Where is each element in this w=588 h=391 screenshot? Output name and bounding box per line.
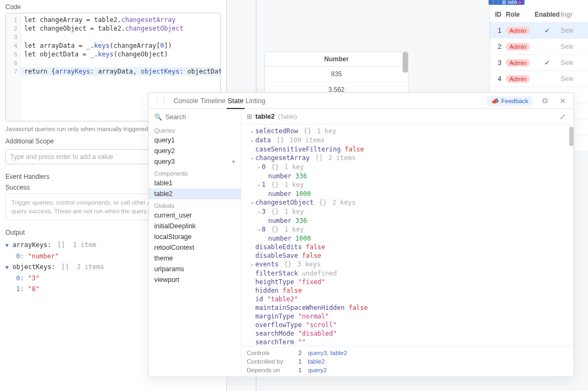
footer-link[interactable]: table2 xyxy=(308,358,325,365)
state-prop-row[interactable]: heightType "fixed" xyxy=(247,278,571,286)
devtool-search[interactable]: 🔍 xyxy=(149,112,241,124)
devtool-footer: Controls2query3, table2Controlled by1tab… xyxy=(241,346,573,376)
mini-table-header[interactable]: Number xyxy=(265,52,408,67)
state-prop-row[interactable]: ▾0 {} 1 key xyxy=(247,163,571,172)
line-number: 2 xyxy=(6,24,20,33)
role-pill: Admin xyxy=(506,59,530,67)
footer-row: Controls2query3, table2 xyxy=(247,350,568,356)
sidebar-item-viewport[interactable]: viewport xyxy=(149,274,241,285)
state-prop-row[interactable]: number 1000 xyxy=(247,234,571,243)
state-prop-row[interactable]: number 1000 xyxy=(247,190,571,198)
col-enabled[interactable]: Enabled xyxy=(534,11,561,18)
col-role[interactable]: Role xyxy=(505,11,534,18)
code-label: Code xyxy=(0,0,226,13)
drag-handle-icon[interactable]: ⋮⋮ xyxy=(154,97,167,105)
code-gutter: 1234567 xyxy=(6,13,21,121)
table-icon: ⊞ xyxy=(502,0,506,5)
state-prop-row[interactable]: number 336 xyxy=(247,172,571,180)
close-icon[interactable]: ✕ xyxy=(557,97,568,105)
state-prop-row[interactable]: caseSensitiveFiltering false xyxy=(247,145,571,154)
role-pill: Admin xyxy=(506,27,530,34)
code-line[interactable]: let arrayData = _.keys(changeArray[0]) xyxy=(24,41,216,50)
code-line[interactable]: let changeObject = table2.changesetObjec… xyxy=(24,24,216,33)
state-prop-row[interactable]: ▸data [] 100 items xyxy=(247,136,571,145)
inspected-type: (Table) xyxy=(278,113,297,120)
check-icon: ✓ xyxy=(544,27,550,34)
footer-link[interactable]: query2 xyxy=(308,367,327,373)
footer-row: Depends on1query2 xyxy=(247,367,568,373)
code-line[interactable]: return {arrayKeys: arrayData, objectKeys… xyxy=(6,67,220,76)
col-id[interactable]: ID xyxy=(490,11,505,18)
code-line[interactable] xyxy=(24,59,216,67)
code-line[interactable]: let changeArray = table2.changesetArray xyxy=(24,16,216,24)
sidebar-item-initialDeeplink[interactable]: initialDeeplink xyxy=(149,221,241,231)
code-line[interactable]: let objectData = _.keys(changeObject) xyxy=(24,50,216,59)
tab-state[interactable]: State xyxy=(227,94,245,109)
sidebar-item-table2[interactable]: table2 xyxy=(149,189,241,199)
table-icon: ⊞ xyxy=(247,113,252,120)
tab-linting[interactable]: Linting xyxy=(245,94,267,108)
line-number: 6 xyxy=(6,59,20,67)
state-prop-row[interactable]: maintainSpaceWhenHidden false xyxy=(247,303,571,312)
line-number: 1 xyxy=(6,16,20,24)
sidebar-item-table1[interactable]: table1 xyxy=(149,178,241,189)
copy-icon[interactable]: ⧉ xyxy=(540,96,550,105)
line-number: 7 xyxy=(6,67,20,76)
scrollbar[interactable] xyxy=(403,52,408,73)
table-row[interactable]: 4 Admin Sele xyxy=(490,71,588,87)
mini-table[interactable]: Number 8353.562 xyxy=(264,52,408,98)
table-row[interactable]: 3 Admin ✓ Sele xyxy=(490,55,588,71)
state-inspector[interactable]: ▸selectedRow {} 1 key▸data [] 100 items … xyxy=(241,125,573,346)
tab-console[interactable]: Console xyxy=(173,94,199,108)
state-prop-row[interactable]: ▾changesetArray [] 2 items xyxy=(247,154,571,163)
check-icon: ✓ xyxy=(544,59,550,67)
state-prop-row[interactable]: marginType "normal" xyxy=(247,312,571,321)
state-prop-row[interactable]: number 336 xyxy=(247,216,571,225)
line-number: 5 xyxy=(6,50,20,59)
state-prop-row[interactable]: ▾1 {} 1 key xyxy=(247,180,571,190)
role-pill: Admin xyxy=(506,43,530,50)
sidebar-item-urlparams[interactable]: urlparams xyxy=(149,264,241,274)
sidebar-group-label: Globals xyxy=(149,199,241,210)
expand-icon[interactable]: ⤢ xyxy=(557,112,568,121)
state-prop-row[interactable]: overflowType "scroll" xyxy=(247,321,571,329)
target-icon[interactable]: ⌖ xyxy=(232,158,235,165)
search-icon: 🔍 xyxy=(154,113,162,121)
megaphone-icon: 📣 xyxy=(491,97,499,105)
table-row[interactable]: 2 Admin Sele xyxy=(490,39,588,55)
state-prop-row[interactable]: ▾8 {} 1 key xyxy=(247,225,571,234)
sidebar-item-query3[interactable]: query3⌖ xyxy=(149,156,241,167)
state-prop-row[interactable]: disableEdits false xyxy=(247,243,571,251)
state-prop-row[interactable]: disableSave false xyxy=(247,251,571,260)
sidebar-item-query1[interactable]: query1 xyxy=(149,135,241,146)
scrollbar[interactable] xyxy=(569,127,573,146)
sidebar-group-label: Queries xyxy=(149,124,241,135)
sidebar-item-current_user[interactable]: current_user xyxy=(149,210,241,221)
state-prop-row[interactable]: ▾3 {} 1 key xyxy=(247,207,571,216)
feedback-button[interactable]: 📣 Feedback xyxy=(487,96,533,106)
search-input[interactable] xyxy=(166,113,235,121)
col-ingr[interactable]: Ingr xyxy=(561,11,588,18)
state-prop-row[interactable]: id "table2" xyxy=(247,295,571,303)
state-prop-row[interactable]: searchMode "disabled" xyxy=(247,329,571,338)
state-prop-row[interactable]: hidden false xyxy=(247,286,571,295)
sidebar-item-localStorage[interactable]: localStorage xyxy=(149,231,241,242)
sidebar-item-query2[interactable]: query2 xyxy=(149,146,241,156)
devtool-tabs: ⋮⋮ ConsoleTimelineStateLinting 📣 Feedbac… xyxy=(149,93,573,109)
diamond-icon[interactable]: ◇ xyxy=(517,0,522,5)
state-prop-row[interactable]: searchTerm "" xyxy=(247,338,571,346)
table-row[interactable]: 1 Admin ✓ Sele xyxy=(490,23,588,39)
mini-table-cell[interactable]: 835 xyxy=(265,67,408,82)
drag-handle-icon[interactable]: ⋮⋮ xyxy=(491,0,500,5)
state-prop-row[interactable]: filterStack undefined xyxy=(247,269,571,278)
footer-link[interactable]: query3, table2 xyxy=(308,350,347,356)
state-prop-row[interactable]: ▸events {} 3 keys xyxy=(247,260,571,269)
state-prop-row[interactable]: ▸selectedRow {} 1 key xyxy=(247,127,571,136)
additional-scope-placeholder: Type and press enter to add a value xyxy=(10,153,113,161)
footer-row: Controlled by1table2 xyxy=(247,358,568,365)
tab-timeline[interactable]: Timeline xyxy=(199,94,227,108)
sidebar-item-retoolContext[interactable]: retoolContext xyxy=(149,242,241,253)
sidebar-item-theme[interactable]: theme xyxy=(149,253,241,264)
state-prop-row[interactable]: ▾changesetObject {} 2 keys xyxy=(247,198,571,207)
code-line[interactable] xyxy=(24,33,216,41)
